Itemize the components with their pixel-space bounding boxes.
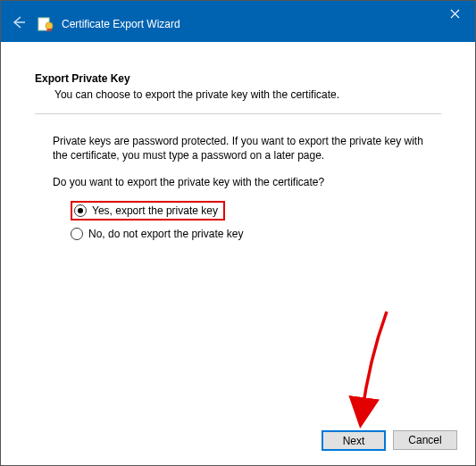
radio-option-no[interactable]: No, do not export the private key (71, 228, 441, 240)
titlebar: Certificate Export Wizard (1, 1, 475, 42)
radio-option-yes[interactable]: Yes, export the private key (71, 201, 441, 221)
titlebar-text: Certificate Export Wizard (62, 18, 180, 30)
svg-point-2 (46, 22, 53, 29)
radio-icon-selected (74, 204, 87, 217)
close-button[interactable] (434, 1, 475, 28)
footer-buttons: Next Cancel (322, 430, 457, 451)
wizard-content: Export Private Key You can choose to exp… (1, 42, 475, 240)
prompt-text: Do you want to export the private key wi… (53, 175, 441, 189)
radio-icon-unselected (71, 228, 83, 240)
section-heading: Export Private Key (35, 72, 441, 85)
next-button[interactable]: Next (322, 430, 386, 451)
divider (35, 113, 441, 114)
body-text: Private keys are password protected. If … (53, 134, 423, 162)
certificate-icon (37, 15, 54, 33)
close-icon (450, 7, 460, 21)
radio-label-yes: Yes, export the private key (92, 204, 218, 217)
cancel-button[interactable]: Cancel (393, 430, 457, 450)
next-button-label: Next (343, 435, 365, 447)
cancel-button-label: Cancel (408, 434, 441, 446)
arrow-annotation (333, 307, 396, 432)
back-arrow-icon[interactable] (10, 13, 28, 36)
section-description: You can choose to export the private key… (54, 88, 441, 101)
highlight-annotation: Yes, export the private key (71, 201, 225, 221)
radio-label-no: No, do not export the private key (88, 228, 243, 240)
